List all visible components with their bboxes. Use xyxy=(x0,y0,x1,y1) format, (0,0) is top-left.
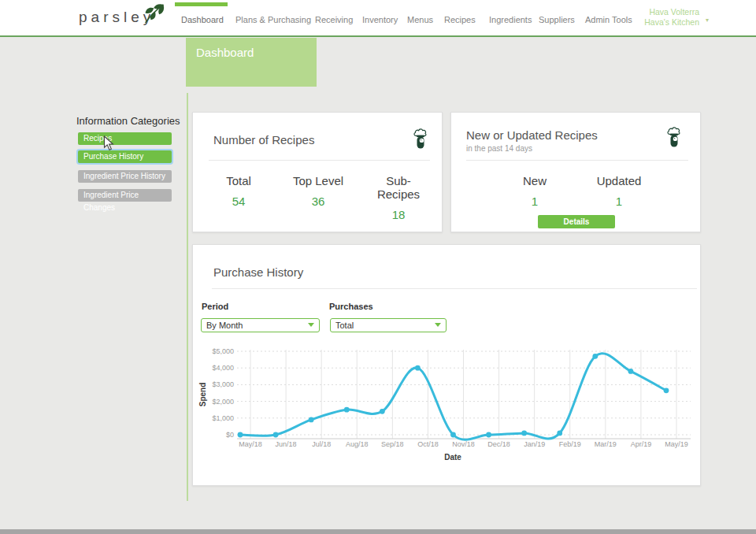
new-updated-recipes-card: New or Updated Recipes in the past 14 da… xyxy=(450,112,701,232)
svg-text:Sep/18: Sep/18 xyxy=(381,440,404,448)
parsley-leaf-icon xyxy=(143,2,166,28)
chevron-down-icon xyxy=(308,323,314,327)
svg-text:$3,000: $3,000 xyxy=(212,380,234,388)
user-name: Hava Volterra xyxy=(644,7,699,17)
chevron-down-icon: ▾ xyxy=(706,17,709,24)
svg-text:Mar/19: Mar/19 xyxy=(595,440,617,448)
svg-text:$1,000: $1,000 xyxy=(212,414,234,422)
page-title: Dashboard xyxy=(186,38,317,59)
svg-text:$4,000: $4,000 xyxy=(212,364,234,372)
svg-text:Jul/18: Jul/18 xyxy=(312,440,331,448)
chef-icon xyxy=(667,126,681,150)
svg-text:Feb/19: Feb/19 xyxy=(559,440,581,448)
svg-text:Nov/18: Nov/18 xyxy=(452,440,475,448)
sidebar-item-purchase-history[interactable]: Purchase History xyxy=(78,150,172,163)
divider xyxy=(209,160,430,161)
svg-text:$5,000: $5,000 xyxy=(212,347,234,355)
user-org: Hava's Kitchen xyxy=(644,17,699,28)
active-tab-indicator xyxy=(175,2,228,6)
nav-item-receiving[interactable]: Receiving xyxy=(315,15,353,24)
svg-text:Aug/18: Aug/18 xyxy=(346,440,369,448)
user-menu[interactable]: Hava Volterra Hava's Kitchen xyxy=(644,7,699,28)
card-title: Number of Recipes xyxy=(213,133,314,146)
svg-text:Apr/19: Apr/19 xyxy=(631,440,652,448)
stat-top-level: Top Level 36 xyxy=(293,174,343,208)
top-nav-bar: parsley Dashboard Plans & Purchasing Rec… xyxy=(0,0,756,37)
dashboard-page: parsley Dashboard Plans & Purchasing Rec… xyxy=(0,0,756,534)
period-label: Period xyxy=(202,302,228,311)
purchase-history-card: Purchase History Period By Month Purchas… xyxy=(192,244,701,486)
nav-item-menus[interactable]: Menus xyxy=(407,15,433,24)
svg-text:Jan/19: Jan/19 xyxy=(524,440,545,448)
svg-text:Oct/18: Oct/18 xyxy=(417,440,439,448)
divider xyxy=(466,160,688,161)
stat-new: New 1 xyxy=(523,174,547,208)
nav-item-plans-purchasing[interactable]: Plans & Purchasing xyxy=(235,15,311,24)
nav-item-dashboard[interactable]: Dashboard xyxy=(181,15,224,24)
svg-text:$2,000: $2,000 xyxy=(212,398,234,406)
nav-item-suppliers[interactable]: Suppliers xyxy=(539,15,575,24)
details-button[interactable]: Details xyxy=(538,215,615,228)
nav-item-admin-tools[interactable]: Admin Tools xyxy=(585,15,632,24)
chevron-down-icon xyxy=(435,323,441,327)
sidebar-item-ingredient-price-history[interactable]: Ingredient Price History xyxy=(78,170,172,183)
stat-total: Total 54 xyxy=(226,174,251,208)
sidebar-divider xyxy=(187,93,188,501)
svg-text:Jun/18: Jun/18 xyxy=(276,440,297,448)
card-subtitle: in the past 14 days xyxy=(466,144,532,153)
nav-item-inventory[interactable]: Inventory xyxy=(362,15,398,24)
purchases-select[interactable]: Total xyxy=(330,318,447,332)
svg-text:$0: $0 xyxy=(226,431,234,439)
svg-text:Dec/18: Dec/18 xyxy=(487,440,510,448)
page-title-banner: Dashboard xyxy=(186,38,317,87)
svg-text:Date: Date xyxy=(444,453,461,462)
svg-text:May/18: May/18 xyxy=(239,440,262,448)
number-of-recipes-card: Number of Recipes Total 54 Top Level 36 … xyxy=(192,112,443,232)
mouse-cursor-icon xyxy=(103,135,115,155)
svg-text:May/19: May/19 xyxy=(665,440,688,448)
stat-updated: Updated 1 xyxy=(597,174,642,208)
nav-item-recipes[interactable]: Recipes xyxy=(444,15,476,24)
nav-item-ingredients[interactable]: Ingredients xyxy=(489,15,532,24)
chef-icon xyxy=(413,128,428,152)
card-title: New or Updated Recipes xyxy=(466,128,598,142)
card-title: Purchase History xyxy=(213,265,303,279)
sidebar-item-recipes[interactable]: Recipes xyxy=(78,132,172,145)
sidebar-heading: Information Categories xyxy=(76,115,180,127)
bottom-edge-bar xyxy=(0,529,756,534)
svg-text:Spend: Spend xyxy=(198,383,207,407)
period-select[interactable]: By Month xyxy=(201,318,320,332)
stat-sub-recipes: Sub-Recipes 18 xyxy=(377,174,421,221)
sidebar-item-ingredient-price-changes[interactable]: Ingredient Price Changes xyxy=(78,189,172,202)
spend-by-month-line-chart: $0$1,000$2,000$3,000$4,000$5,000May/18Ju… xyxy=(193,339,702,485)
purchases-label: Purchases xyxy=(329,302,373,311)
divider xyxy=(212,288,697,289)
